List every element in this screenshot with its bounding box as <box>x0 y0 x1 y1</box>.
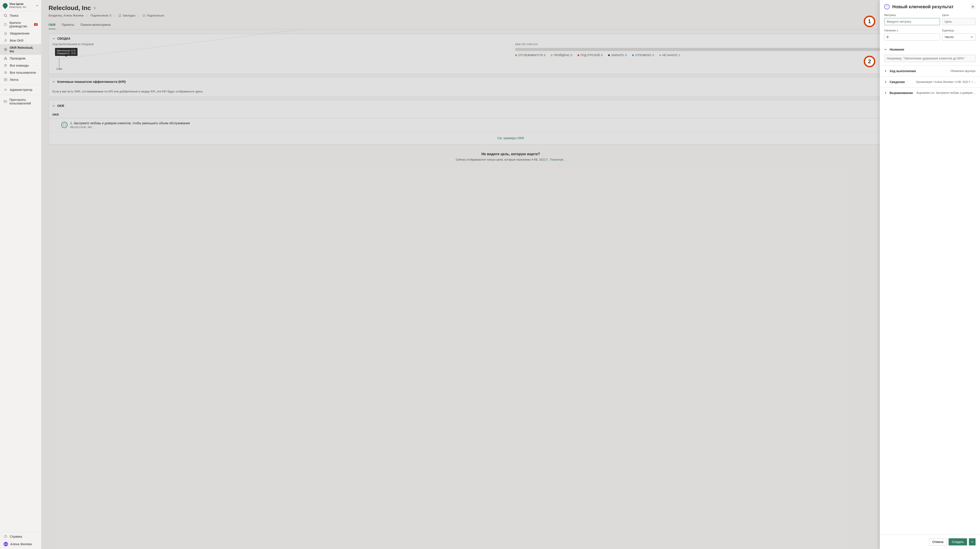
nav-label: Мои OKR <box>10 39 24 42</box>
nav-label: Пригласить пользователей <box>10 98 38 105</box>
svg-point-0 <box>4 14 6 16</box>
alignment-section-toggle[interactable]: Выравнивание Выровнено по: Заслужите люб… <box>884 88 975 98</box>
nav-label: Все команды <box>10 64 29 67</box>
nav-label: Проводник <box>10 57 25 60</box>
nav-okr-org[interactable]: OKR Relecloud, Inc <box>0 44 41 55</box>
users-icon <box>3 71 8 75</box>
panel-title: Новый ключевой результат <box>892 4 967 10</box>
brand-title: Viva Цели <box>10 2 36 6</box>
chevron-right-icon <box>884 92 887 94</box>
cancel-button[interactable]: Отмена <box>929 538 947 546</box>
avatar: АЖ <box>3 542 8 546</box>
name-input[interactable] <box>884 55 975 62</box>
nav-all-teams[interactable]: Все команды › <box>0 62 41 69</box>
svg-point-8 <box>5 64 5 65</box>
nav-label: Поиск <box>10 14 19 18</box>
brand-switcher[interactable]: Viva Цели Relecloud, Inc <box>0 0 41 11</box>
annotation-marker-1: 1 <box>864 16 875 27</box>
metric-input[interactable] <box>884 18 940 25</box>
chevron-down-icon <box>36 4 38 7</box>
create-button[interactable]: Создать <box>948 538 967 546</box>
person-icon <box>3 39 8 42</box>
target-label: Цель <box>942 13 975 17</box>
nav-label: Уведомления <box>10 32 29 35</box>
target-input[interactable] <box>942 18 975 25</box>
nav-label: Администратор <box>10 88 32 92</box>
brand-org: Relecloud, Inc <box>10 6 36 9</box>
nav-label: Справка <box>10 535 22 538</box>
nav-label: Все пользователи <box>10 71 36 75</box>
progress-section-toggle[interactable]: Ход выполнения Обновлено вручную <box>884 66 975 76</box>
bell-icon <box>3 32 8 35</box>
svg-rect-12 <box>4 79 7 81</box>
modal-overlay[interactable] <box>41 0 980 549</box>
nav-notifications[interactable]: Уведомления <box>0 30 41 37</box>
svg-point-9 <box>6 64 7 65</box>
compass-icon <box>3 23 7 26</box>
tree-icon <box>3 57 8 60</box>
create-dropdown-button[interactable] <box>969 538 975 546</box>
nav-label: Лента <box>10 78 19 81</box>
nav-search[interactable]: Поиск <box>0 12 41 19</box>
nav-user[interactable]: АЖ Алена Жилева <box>0 540 41 548</box>
close-button[interactable]: ✕ <box>970 4 975 10</box>
svg-point-2 <box>5 39 6 41</box>
nav-quickguide[interactable]: Краткое руководство 4 <box>0 19 41 30</box>
badge: 4 <box>34 23 38 26</box>
svg-rect-5 <box>5 57 6 58</box>
chevron-right-icon: › <box>37 64 38 67</box>
details-section-toggle[interactable]: Сведения Организация • Алена Жилева • 4 … <box>884 76 975 87</box>
chevron-right-icon <box>884 81 887 83</box>
start-input[interactable] <box>884 33 940 41</box>
nav-help[interactable]: Справка <box>0 533 41 540</box>
nav-label: Алена Жилева <box>10 542 32 546</box>
nav-label: OKR Relecloud, Inc <box>10 46 38 53</box>
metric-label: Метрика <box>884 13 940 17</box>
gear-icon <box>3 88 8 92</box>
new-kr-panel: Новый ключевой результат ✕ Метрика Цель … <box>880 0 980 549</box>
svg-point-11 <box>6 72 7 73</box>
chevron-down-icon <box>884 48 887 51</box>
svg-rect-6 <box>4 59 5 59</box>
nav-label: Краткое руководство <box>10 21 33 28</box>
nav-feed[interactable]: Лента <box>0 76 41 83</box>
search-icon <box>3 14 8 18</box>
svg-point-10 <box>5 72 6 72</box>
teams-icon <box>3 64 8 67</box>
svg-point-13 <box>5 89 6 90</box>
nav-my-okr[interactable]: Мои OKR <box>0 37 41 44</box>
nav-explorer[interactable]: Проводник › <box>0 55 41 62</box>
gauge-icon <box>884 4 889 10</box>
mail-icon <box>3 100 7 103</box>
chevron-right-icon: › <box>37 57 38 60</box>
svg-rect-7 <box>6 59 7 59</box>
chevron-right-icon: › <box>37 71 38 74</box>
help-icon <box>3 535 8 538</box>
viva-logo-icon <box>2 2 8 9</box>
nav-admin[interactable]: Администратор <box>0 86 41 93</box>
name-section-toggle[interactable]: Название <box>884 44 975 55</box>
globe-icon <box>3 48 7 51</box>
chevron-right-icon <box>884 70 887 72</box>
unit-label: Единица <box>942 29 975 32</box>
nav-invite[interactable]: Пригласить пользователей <box>0 96 41 107</box>
feed-icon <box>3 78 8 81</box>
start-label: Начиная с <box>884 29 940 32</box>
unit-select[interactable]: Число <box>942 33 975 41</box>
nav-all-users[interactable]: Все пользователи › <box>0 69 41 76</box>
annotation-marker-2: 2 <box>864 56 875 67</box>
